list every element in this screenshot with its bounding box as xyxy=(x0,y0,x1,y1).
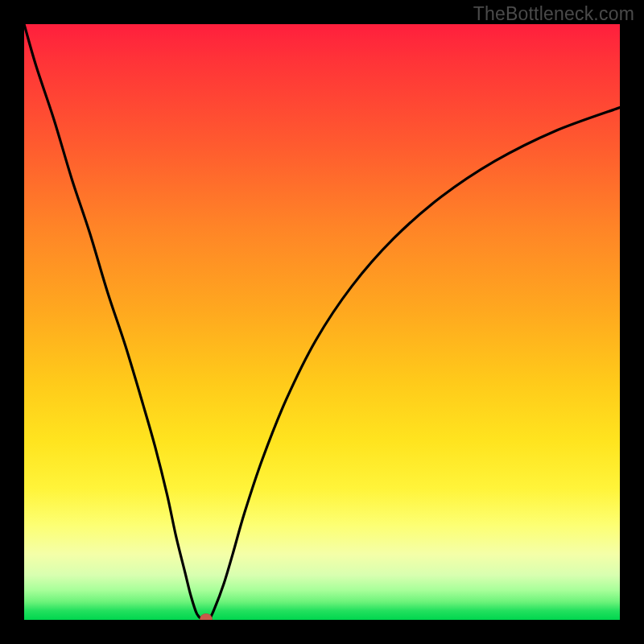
chart-frame: TheBottleneck.com xyxy=(0,0,644,644)
plot-area xyxy=(24,24,620,620)
curve-path xyxy=(24,24,620,620)
watermark-text: TheBottleneck.com xyxy=(473,3,634,25)
bottleneck-curve xyxy=(24,24,620,620)
